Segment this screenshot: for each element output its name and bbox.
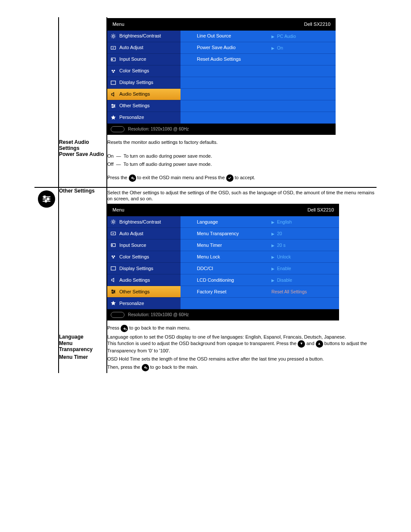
- svg-point-16: [112, 255, 113, 257]
- mi2-auto-adjust[interactable]: Auto Adjust: [107, 228, 181, 240]
- svg-point-20: [112, 290, 113, 291]
- star-icon: [110, 115, 117, 121]
- svg-point-3: [112, 70, 113, 72]
- opt-transparency[interactable]: Menu Transparency20: [181, 228, 339, 240]
- star-icon: [110, 300, 117, 306]
- audio-icon: [110, 277, 117, 283]
- svg-point-18: [112, 257, 114, 259]
- up-icon: [316, 340, 323, 348]
- autoadjust-icon: [110, 45, 117, 51]
- autoadjust-icon: [110, 230, 117, 236]
- color-icon: [110, 254, 117, 260]
- svg-rect-19: [111, 267, 116, 270]
- osd-model: Dell SX2210: [304, 21, 330, 28]
- display-icon: [110, 265, 117, 271]
- mi2-audio-settings[interactable]: Audio Settings: [107, 274, 181, 286]
- row-label-language: Language: [59, 334, 84, 340]
- mi-audio-settings[interactable]: Audio Settings: [107, 89, 181, 100]
- svg-point-17: [114, 255, 115, 257]
- mi2-input-source[interactable]: Input Source: [107, 240, 181, 251]
- mi2-display-settings[interactable]: Display Settings: [107, 263, 181, 274]
- row-label-reset-audio: Reset Audio Settings: [59, 139, 89, 151]
- sliders-icon: [110, 103, 117, 109]
- osd2-model: Dell SX2210: [308, 207, 334, 213]
- mi-auto-adjust[interactable]: Auto Adjust: [107, 42, 181, 54]
- svg-point-9: [112, 107, 113, 108]
- osd2-options: LanguageEnglish Menu Transparency20 Menu…: [181, 216, 339, 309]
- svg-rect-6: [111, 81, 116, 84]
- osd-menu-label: Menu: [112, 21, 125, 28]
- mi2-other-settings[interactable]: Other Settings: [107, 286, 181, 298]
- osd2-sidebar: Brightness/Contrast Auto Adjust Input So…: [107, 216, 181, 309]
- opt-lcd-cond[interactable]: LCD ConditioningDisable: [181, 274, 339, 286]
- svg-point-21: [114, 291, 115, 292]
- mi2-color-settings[interactable]: Color Settings: [107, 251, 181, 263]
- opt-reset-audio[interactable]: Reset Audio Settings: [181, 54, 336, 65]
- input-icon: [110, 242, 117, 248]
- mi-display-settings[interactable]: Display Settings: [107, 77, 181, 89]
- brightness-icon: [110, 219, 117, 225]
- brightness-icon: [110, 33, 117, 39]
- input-icon: [110, 56, 117, 62]
- back-icon: [129, 174, 136, 182]
- section-intro-other: Select the Other settings to adjust the …: [107, 190, 377, 202]
- osd-sidebar: Brightness/Contrast Auto Adjust Input So…: [107, 31, 181, 124]
- mi2-personalize[interactable]: Personalize: [107, 298, 181, 309]
- opt-lock[interactable]: Menu LockUnlock: [181, 251, 339, 263]
- opt-language[interactable]: LanguageEnglish: [181, 216, 339, 228]
- svg-point-22: [112, 292, 113, 293]
- svg-rect-10: [44, 196, 45, 198]
- opt-timer[interactable]: Menu Timer20 s: [181, 240, 339, 251]
- osd-other-settings: Menu Dell SX2210 Brightness/Contrast Aut…: [107, 204, 339, 320]
- section-label-other: Other Settings: [59, 188, 95, 194]
- row-label-power-save: Power Save Audio: [59, 151, 104, 157]
- sliders-icon: [110, 289, 117, 295]
- back-icon: [142, 364, 149, 371]
- row-desc-reset-audio: Resets the monitor audio settings to fac…: [107, 140, 218, 145]
- svg-point-0: [112, 35, 115, 37]
- mi-other-settings[interactable]: Other Settings: [107, 100, 181, 112]
- svg-point-13: [112, 221, 115, 223]
- svg-rect-11: [47, 198, 49, 200]
- color-icon: [110, 68, 117, 74]
- mi2-brightness[interactable]: Brightness/Contrast: [107, 216, 181, 228]
- mi-brightness[interactable]: Brightness/Contrast: [107, 31, 181, 42]
- opt-line-out[interactable]: Line Out SourcePC Audio: [181, 31, 336, 42]
- down-icon: [298, 340, 305, 348]
- back-icon: [121, 325, 128, 332]
- mi-personalize[interactable]: Personalize: [107, 112, 181, 124]
- osd-options: Line Out SourcePC Audio Power Save Audio…: [181, 31, 336, 124]
- svg-point-8: [114, 106, 115, 106]
- svg-point-7: [112, 104, 113, 105]
- row-desc-language: Language option to set the OSD display t…: [107, 334, 346, 339]
- osd-audio-settings: Menu Dell SX2210 Brightness/Contrast Aut…: [107, 18, 336, 135]
- energy-badge-icon: [111, 126, 125, 132]
- osd-resolution: Resolution: 1920x1080 @ 60Hz: [128, 126, 189, 132]
- mi-input-source[interactable]: Input Source: [107, 54, 181, 65]
- audio-icon: [110, 91, 117, 97]
- svg-rect-12: [45, 200, 47, 202]
- svg-point-5: [112, 71, 114, 73]
- opt-ddcci[interactable]: DDC/CIEnable: [181, 263, 339, 274]
- row-label-transparency: Menu Transparency: [59, 340, 93, 352]
- osd2-menu-label: Menu: [112, 207, 125, 213]
- other-settings-icon: [38, 190, 55, 208]
- opt-power-save-audio[interactable]: Power Save AudioOn: [181, 42, 336, 54]
- check-icon: [226, 174, 234, 182]
- osd2-resolution: Resolution: 1920x1080 @ 60Hz: [128, 312, 189, 318]
- svg-point-4: [114, 70, 115, 72]
- mi-color-settings[interactable]: Color Settings: [107, 65, 181, 77]
- energy-badge-icon: [111, 312, 125, 318]
- opt-factory-reset[interactable]: Factory ResetReset All Settings: [181, 286, 339, 298]
- row-label-timer: Menu Timer: [59, 354, 88, 360]
- display-icon: [110, 80, 117, 86]
